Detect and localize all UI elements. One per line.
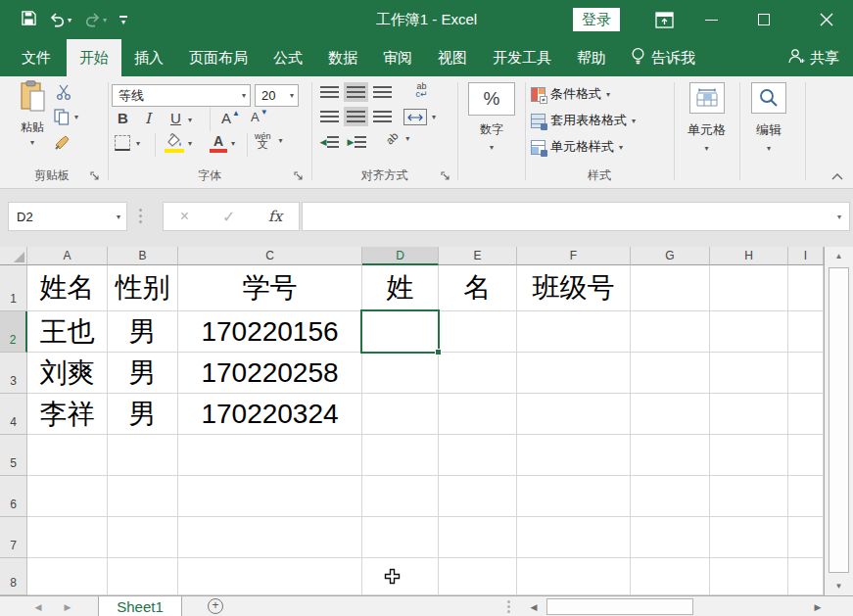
select-all-button[interactable] (0, 247, 27, 265)
cell-I2[interactable] (788, 311, 824, 353)
cell-A6[interactable] (27, 476, 108, 517)
cell-D2[interactable] (362, 311, 439, 353)
font-size-select[interactable]: 20▾ (255, 84, 299, 107)
vertical-scrollbar[interactable]: ▲ ▼ (824, 247, 853, 595)
alignment-dialog-launcher-icon[interactable] (441, 170, 450, 180)
formula-bar-resize-handle[interactable] (139, 209, 143, 223)
tab-插入[interactable]: 插入 (121, 39, 176, 76)
cell-I7[interactable] (788, 517, 824, 558)
cell-G1[interactable] (631, 265, 710, 311)
clipboard-dialog-launcher-icon[interactable] (90, 170, 100, 180)
tell-me[interactable]: 告诉我 (619, 39, 707, 76)
row-header-7[interactable]: 7 (0, 517, 27, 558)
cell-I4[interactable] (788, 394, 824, 435)
align-bottom-button[interactable] (370, 82, 395, 102)
font-family-select[interactable]: 等线▾ (112, 84, 251, 107)
tab-strip-resize-handle[interactable] (507, 600, 510, 613)
column-header-B[interactable]: B (108, 247, 178, 265)
collapse-ribbon-icon[interactable] (830, 170, 844, 184)
cell-H2[interactable] (710, 311, 788, 353)
cell-G3[interactable] (631, 353, 710, 394)
cell-F1[interactable]: 班级号 (517, 265, 631, 311)
wrap-text-button[interactable]: abc↵ (409, 80, 434, 100)
vertical-scrollbar-thumb[interactable] (829, 267, 849, 573)
underline-dropdown-icon[interactable]: ▾ (188, 116, 192, 124)
name-box-dropdown-icon[interactable]: ▾ (117, 213, 120, 221)
tab-帮助[interactable]: 帮助 (564, 39, 619, 76)
phonetic-guide-button[interactable]: wén文 ▾ (255, 132, 283, 148)
cell-B6[interactable] (108, 476, 178, 517)
cell-F7[interactable] (517, 517, 631, 558)
cell-I3[interactable] (788, 353, 824, 394)
minimize-button[interactable] (694, 0, 728, 39)
cell-D8[interactable] (362, 558, 439, 595)
italic-button[interactable]: I (145, 110, 151, 127)
formula-input[interactable]: ▾ (302, 202, 850, 231)
horizontal-scrollbar-thumb[interactable] (546, 598, 693, 615)
row-header-4[interactable]: 4 (0, 394, 27, 435)
cell-C4[interactable]: 170220324 (178, 394, 362, 435)
increase-indent-button[interactable]: ▶ (345, 132, 369, 152)
cell-I6[interactable] (788, 476, 824, 517)
format-painter-button[interactable] (54, 134, 71, 151)
cell-H8[interactable] (710, 558, 788, 595)
cell-C8[interactable] (178, 558, 362, 595)
cell-E1[interactable]: 名 (439, 265, 517, 311)
font-dialog-launcher-icon[interactable] (294, 170, 304, 180)
column-header-H[interactable]: H (710, 247, 788, 265)
cell-D7[interactable] (362, 517, 439, 558)
cell-F4[interactable] (517, 394, 631, 435)
tab-公式[interactable]: 公式 (261, 39, 315, 76)
cell-B7[interactable] (108, 517, 178, 558)
bold-button[interactable]: B (118, 110, 128, 126)
sheet-nav-right-icon[interactable]: ▶ (57, 596, 78, 616)
tab-开始[interactable]: 开始 (67, 39, 121, 76)
row-header-5[interactable]: 5 (0, 435, 27, 476)
share-button[interactable]: 共享 (774, 39, 853, 76)
cell-D6[interactable] (362, 476, 439, 517)
cell-styles-item[interactable]: 单元格样式▾ (531, 138, 623, 156)
decrease-indent-button[interactable]: ◀ (317, 132, 342, 152)
cell-A1[interactable]: 姓名 (27, 265, 108, 311)
cell-G5[interactable] (631, 435, 710, 476)
cell-G8[interactable] (631, 558, 710, 595)
row-header-6[interactable]: 6 (0, 476, 27, 517)
cell-H3[interactable] (710, 353, 788, 394)
ribbon-display-options-icon[interactable] (647, 0, 681, 39)
cell-C3[interactable]: 170220258 (178, 353, 362, 394)
cell-E3[interactable] (439, 353, 517, 394)
increase-font-size-button[interactable]: A▲ (221, 110, 240, 126)
tab-审阅[interactable]: 审阅 (370, 39, 425, 76)
cell-B5[interactable] (108, 435, 178, 476)
cell-F2[interactable] (517, 311, 631, 353)
cell-H1[interactable] (710, 265, 788, 311)
cell-I5[interactable] (788, 435, 824, 476)
scroll-right-icon[interactable]: ▶ (809, 596, 827, 616)
number-group-button[interactable]: % 数字 ▾ (457, 82, 526, 152)
decrease-font-size-button[interactable]: A▼ (251, 110, 268, 124)
column-header-I[interactable]: I (788, 247, 824, 265)
cell-B8[interactable] (108, 558, 178, 595)
cell-G6[interactable] (631, 476, 710, 517)
row-header-2[interactable]: 2 (0, 311, 27, 353)
close-button[interactable] (810, 0, 843, 39)
cell-I1[interactable] (788, 265, 824, 311)
tab-视图[interactable]: 视图 (425, 39, 480, 76)
copy-dropdown-icon[interactable]: ▾ (74, 113, 78, 121)
cell-C5[interactable] (178, 435, 362, 476)
align-middle-button[interactable] (344, 82, 368, 102)
cell-D1[interactable]: 姓 (362, 265, 439, 311)
tab-页面布局[interactable]: 页面布局 (176, 39, 261, 76)
cell-G2[interactable] (631, 311, 710, 353)
paste-dropdown-icon[interactable]: ▾ (30, 138, 34, 147)
cut-button[interactable] (56, 84, 71, 100)
tab-file[interactable]: 文件 (6, 39, 67, 76)
scroll-left-icon[interactable]: ◀ (525, 596, 543, 616)
cell-C2[interactable]: 170220156 (178, 311, 362, 353)
align-right-button[interactable] (370, 107, 395, 126)
cell-G7[interactable] (631, 517, 710, 558)
row-header-3[interactable]: 3 (0, 353, 27, 394)
tab-数据[interactable]: 数据 (315, 39, 370, 76)
column-header-F[interactable]: F (517, 247, 631, 265)
cell-B4[interactable]: 男 (108, 394, 178, 435)
